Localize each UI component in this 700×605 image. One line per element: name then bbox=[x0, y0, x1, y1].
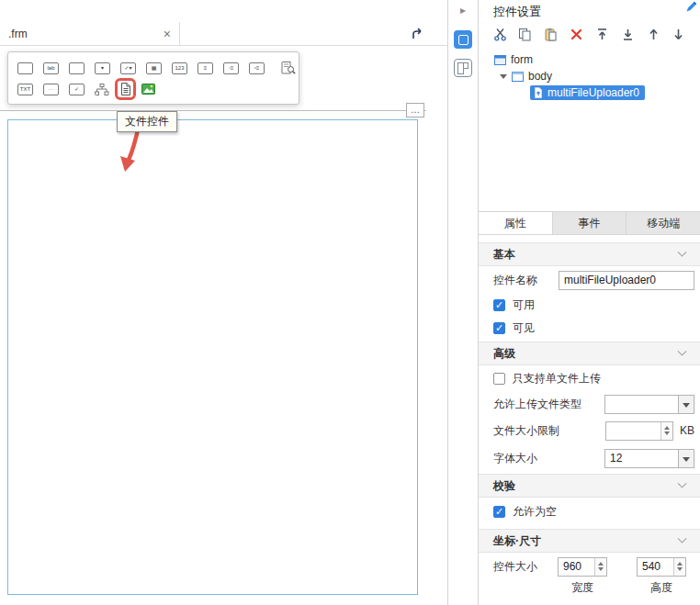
section-geometry[interactable]: 坐标·尺寸 bbox=[479, 529, 700, 553]
chevron-down-icon bbox=[678, 247, 687, 256]
number-icon[interactable]: 123 bbox=[172, 62, 187, 74]
file-types-label: 允许上传文件类型 bbox=[493, 397, 581, 412]
date-icon[interactable]: ··· bbox=[43, 84, 59, 95]
size-unit-label: KB bbox=[680, 424, 694, 437]
dropdown-chevron-icon[interactable] bbox=[678, 450, 694, 467]
file-icon[interactable] bbox=[119, 83, 131, 95]
section-basic[interactable]: 基本 bbox=[479, 242, 700, 266]
dropdown-icon[interactable]: ▾ bbox=[95, 62, 110, 74]
enabled-label: 可用 bbox=[513, 297, 535, 313]
widget-settings-panel: 控件设置 bbox=[479, 0, 700, 605]
cut-icon[interactable] bbox=[492, 27, 507, 41]
textbox-icon[interactable] bbox=[17, 62, 33, 74]
tab-close-icon[interactable]: × bbox=[164, 28, 171, 40]
copy-icon[interactable] bbox=[518, 27, 533, 41]
design-surface: … lab ▾ ✓▾ ▦ 123 ≡ ◦≡ ▫≡ bbox=[0, 46, 447, 605]
button-icon[interactable] bbox=[69, 62, 85, 74]
check-dropdown-icon[interactable]: ✓▾ bbox=[120, 62, 136, 74]
size-limit-row: 文件大小限制 KB bbox=[479, 417, 700, 444]
label-icon[interactable]: lab bbox=[43, 62, 59, 74]
tree-item-label: form bbox=[511, 53, 533, 66]
widget-name-row: 控件名称 bbox=[479, 266, 700, 294]
chevron-down-icon bbox=[678, 478, 687, 487]
tree-item-uploader[interactable]: multiFileUploader0 bbox=[479, 84, 700, 101]
spinner-arrows-icon[interactable] bbox=[594, 558, 606, 576]
widget-size-label: 控件大小 bbox=[493, 559, 537, 575]
layout-panel-icon[interactable] bbox=[454, 59, 472, 77]
body-icon bbox=[512, 72, 524, 82]
section-validation[interactable]: 校验 bbox=[479, 474, 700, 498]
move-down-icon[interactable] bbox=[672, 27, 686, 41]
height-spinner bbox=[637, 557, 686, 577]
font-size-row: 字体大小 12 bbox=[479, 444, 700, 472]
section-title: 校验 bbox=[493, 478, 515, 494]
table-icon[interactable]: ▦ bbox=[146, 62, 162, 74]
widget-settings-icon[interactable] bbox=[454, 30, 472, 49]
query-icon[interactable] bbox=[281, 62, 296, 74]
panel-header: 控件设置 bbox=[479, 0, 700, 24]
pop-out-icon[interactable] bbox=[412, 28, 425, 39]
side-panel-strip: ▸ bbox=[448, 0, 479, 605]
width-spinner bbox=[558, 557, 607, 577]
spinner-arrows-icon[interactable] bbox=[660, 422, 672, 440]
tab-title: .frm bbox=[8, 28, 164, 40]
file-types-dropdown[interactable] bbox=[604, 395, 694, 414]
dropdown-chevron-icon[interactable] bbox=[678, 396, 694, 413]
file-types-row: 允许上传文件类型 bbox=[479, 391, 700, 417]
more-button[interactable]: … bbox=[406, 103, 424, 118]
width-label: 宽度 bbox=[571, 580, 593, 597]
single-file-checkbox[interactable] bbox=[493, 373, 505, 385]
designer-pane: .frm × … lab ▾ ✓▾ ▦ 123 ≡ bbox=[0, 0, 448, 605]
allow-empty-checkbox[interactable] bbox=[493, 506, 505, 518]
width-height-labels: 宽度 高度 bbox=[479, 580, 700, 597]
font-size-value: 12 bbox=[605, 450, 678, 467]
visible-checkbox[interactable] bbox=[493, 322, 505, 334]
property-tabs: 属性 事件 移动端 bbox=[479, 211, 700, 235]
form-canvas[interactable] bbox=[7, 119, 418, 595]
visible-label: 可见 bbox=[513, 320, 535, 336]
delete-icon[interactable] bbox=[570, 27, 584, 41]
tooltip-file-widget: 文件控件 bbox=[117, 111, 177, 132]
panel-toolbar bbox=[479, 24, 700, 44]
single-file-label: 只支持单文件上传 bbox=[513, 371, 601, 387]
move-bottom-icon[interactable] bbox=[620, 27, 635, 41]
paste-icon[interactable] bbox=[544, 27, 559, 41]
enabled-checkbox[interactable] bbox=[493, 299, 505, 311]
collapse-triangle-icon[interactable] bbox=[500, 74, 507, 79]
move-top-icon[interactable] bbox=[594, 27, 609, 41]
image-icon[interactable] bbox=[141, 84, 155, 95]
file-icon-highlight bbox=[119, 83, 131, 95]
section-title: 坐标·尺寸 bbox=[493, 533, 541, 549]
tree-icon[interactable] bbox=[95, 84, 109, 95]
move-up-icon[interactable] bbox=[646, 27, 660, 41]
tab-frm[interactable]: .frm × bbox=[0, 22, 180, 45]
radio-group-icon[interactable]: ◦≡ bbox=[223, 62, 239, 74]
spinner-arrows-icon[interactable] bbox=[673, 558, 685, 576]
tab-events[interactable]: 事件 bbox=[553, 212, 627, 234]
checkbox-icon[interactable]: ✓ bbox=[69, 84, 85, 95]
textarea-icon[interactable]: ≡ bbox=[198, 62, 213, 74]
text-icon[interactable]: TXT bbox=[17, 84, 33, 95]
section-advanced[interactable]: 高级 bbox=[479, 342, 700, 365]
document-tabbar: .frm × bbox=[0, 22, 447, 46]
tree-item-form[interactable]: form bbox=[479, 51, 700, 68]
section-title: 基本 bbox=[493, 247, 515, 263]
checkbox-group-icon[interactable]: ▫≡ bbox=[249, 62, 265, 74]
tree-item-label: body bbox=[528, 70, 552, 83]
size-limit-label: 文件大小限制 bbox=[493, 423, 559, 439]
widget-palette: lab ▾ ✓▾ ▦ 123 ≡ ◦≡ ▫≡ TXT ··· ✓ bbox=[7, 51, 299, 105]
tree-item-body[interactable]: body bbox=[479, 68, 700, 84]
tab-mobile[interactable]: 移动端 bbox=[627, 212, 700, 234]
widget-tree: form body multiFileUploader0 bbox=[479, 51, 700, 101]
form-icon bbox=[494, 55, 506, 65]
section-title: 高级 bbox=[493, 346, 515, 362]
widget-name-input[interactable] bbox=[559, 271, 694, 290]
file-uploader-icon bbox=[533, 87, 544, 98]
tab-properties[interactable]: 属性 bbox=[479, 212, 553, 234]
font-size-label: 字体大小 bbox=[493, 451, 537, 466]
font-size-dropdown[interactable]: 12 bbox=[604, 449, 694, 468]
expand-icon[interactable]: ▸ bbox=[460, 4, 466, 20]
edit-pencil-icon[interactable] bbox=[685, 1, 697, 13]
chevron-down-icon bbox=[678, 533, 687, 543]
selected-tree-item[interactable]: multiFileUploader0 bbox=[530, 85, 645, 100]
